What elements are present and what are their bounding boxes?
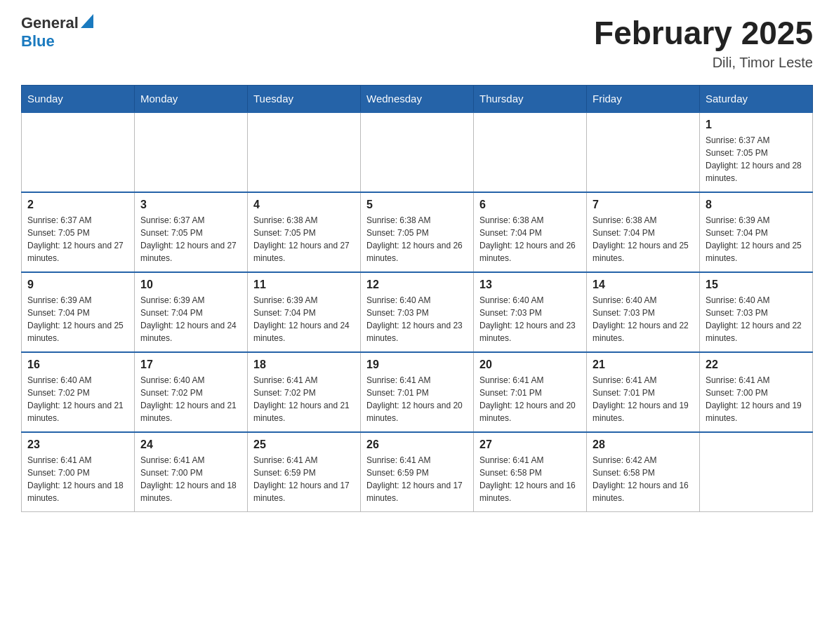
day-number: 15 <box>706 279 807 291</box>
logo-general: General <box>21 14 79 32</box>
calendar-week-row: 2Sunrise: 6:37 AMSunset: 7:05 PMDaylight… <box>22 192 813 272</box>
page-header: General Blue February 2025 Dili, Timor L… <box>21 14 813 71</box>
svg-marker-0 <box>81 14 93 28</box>
table-row: 28Sunrise: 6:42 AMSunset: 6:58 PMDayligh… <box>587 432 700 512</box>
col-saturday: Saturday <box>700 86 813 113</box>
col-monday: Monday <box>135 86 248 113</box>
table-row: 7Sunrise: 6:38 AMSunset: 7:04 PMDaylight… <box>587 192 700 272</box>
table-row: 3Sunrise: 6:37 AMSunset: 7:05 PMDaylight… <box>135 192 248 272</box>
day-info: Sunrise: 6:39 AMSunset: 7:04 PMDaylight:… <box>27 294 128 344</box>
day-number: 24 <box>140 438 241 451</box>
day-number: 12 <box>366 279 468 291</box>
day-number: 28 <box>593 438 694 451</box>
table-row <box>587 112 700 192</box>
day-info: Sunrise: 6:40 AMSunset: 7:03 PMDaylight:… <box>479 294 581 344</box>
day-info: Sunrise: 6:37 AMSunset: 7:05 PMDaylight:… <box>27 214 128 264</box>
col-sunday: Sunday <box>22 86 135 113</box>
day-info: Sunrise: 6:40 AMSunset: 7:02 PMDaylight:… <box>27 374 128 424</box>
calendar-table: Sunday Monday Tuesday Wednesday Thursday… <box>21 85 813 512</box>
day-number: 6 <box>479 199 581 211</box>
table-row: 22Sunrise: 6:41 AMSunset: 7:00 PMDayligh… <box>700 352 813 432</box>
table-row: 5Sunrise: 6:38 AMSunset: 7:05 PMDaylight… <box>361 192 474 272</box>
logo-blue: Blue <box>21 32 55 50</box>
col-thursday: Thursday <box>474 86 587 113</box>
table-row: 6Sunrise: 6:38 AMSunset: 7:04 PMDaylight… <box>474 192 587 272</box>
day-info: Sunrise: 6:41 AMSunset: 6:58 PMDaylight:… <box>479 454 581 504</box>
day-info: Sunrise: 6:40 AMSunset: 7:03 PMDaylight:… <box>706 294 807 344</box>
table-row: 20Sunrise: 6:41 AMSunset: 7:01 PMDayligh… <box>474 352 587 432</box>
day-number: 1 <box>706 119 807 131</box>
day-number: 22 <box>706 358 807 371</box>
table-row <box>474 112 587 192</box>
day-number: 11 <box>253 279 355 291</box>
table-row: 17Sunrise: 6:40 AMSunset: 7:02 PMDayligh… <box>135 352 248 432</box>
day-info: Sunrise: 6:40 AMSunset: 7:02 PMDaylight:… <box>140 374 241 424</box>
table-row: 18Sunrise: 6:41 AMSunset: 7:02 PMDayligh… <box>248 352 361 432</box>
table-row: 1Sunrise: 6:37 AMSunset: 7:05 PMDaylight… <box>700 112 813 192</box>
day-number: 25 <box>253 438 355 451</box>
col-friday: Friday <box>587 86 700 113</box>
table-row <box>700 432 813 512</box>
day-info: Sunrise: 6:38 AMSunset: 7:04 PMDaylight:… <box>593 214 694 264</box>
day-info: Sunrise: 6:41 AMSunset: 7:01 PMDaylight:… <box>366 374 468 424</box>
day-info: Sunrise: 6:37 AMSunset: 7:05 PMDaylight:… <box>140 214 241 264</box>
day-number: 17 <box>140 358 241 371</box>
calendar-week-row: 16Sunrise: 6:40 AMSunset: 7:02 PMDayligh… <box>22 352 813 432</box>
day-info: Sunrise: 6:41 AMSunset: 6:59 PMDaylight:… <box>366 454 468 504</box>
table-row: 12Sunrise: 6:40 AMSunset: 7:03 PMDayligh… <box>361 272 474 352</box>
day-number: 26 <box>366 438 468 451</box>
table-row: 23Sunrise: 6:41 AMSunset: 7:00 PMDayligh… <box>22 432 135 512</box>
day-info: Sunrise: 6:42 AMSunset: 6:58 PMDaylight:… <box>593 454 694 504</box>
col-wednesday: Wednesday <box>361 86 474 113</box>
logo: General Blue <box>21 14 93 51</box>
day-number: 14 <box>593 279 694 291</box>
calendar-header-row: Sunday Monday Tuesday Wednesday Thursday… <box>22 86 813 113</box>
day-info: Sunrise: 6:39 AMSunset: 7:04 PMDaylight:… <box>706 214 807 264</box>
title-block: February 2025 Dili, Timor Leste <box>594 14 813 71</box>
table-row: 8Sunrise: 6:39 AMSunset: 7:04 PMDaylight… <box>700 192 813 272</box>
table-row: 13Sunrise: 6:40 AMSunset: 7:03 PMDayligh… <box>474 272 587 352</box>
table-row: 27Sunrise: 6:41 AMSunset: 6:58 PMDayligh… <box>474 432 587 512</box>
day-info: Sunrise: 6:41 AMSunset: 7:00 PMDaylight:… <box>27 454 128 504</box>
col-tuesday: Tuesday <box>248 86 361 113</box>
calendar-week-row: 9Sunrise: 6:39 AMSunset: 7:04 PMDaylight… <box>22 272 813 352</box>
day-number: 19 <box>366 358 468 371</box>
table-row: 21Sunrise: 6:41 AMSunset: 7:01 PMDayligh… <box>587 352 700 432</box>
day-number: 16 <box>27 358 128 371</box>
day-number: 8 <box>706 199 807 211</box>
day-number: 13 <box>479 279 581 291</box>
table-row: 24Sunrise: 6:41 AMSunset: 7:00 PMDayligh… <box>135 432 248 512</box>
day-number: 20 <box>479 358 581 371</box>
day-number: 4 <box>253 199 355 211</box>
table-row <box>361 112 474 192</box>
day-info: Sunrise: 6:38 AMSunset: 7:05 PMDaylight:… <box>366 214 468 264</box>
day-number: 21 <box>593 358 694 371</box>
day-number: 23 <box>27 438 128 451</box>
day-info: Sunrise: 6:41 AMSunset: 7:01 PMDaylight:… <box>593 374 694 424</box>
day-number: 3 <box>140 199 241 211</box>
table-row: 10Sunrise: 6:39 AMSunset: 7:04 PMDayligh… <box>135 272 248 352</box>
day-info: Sunrise: 6:40 AMSunset: 7:03 PMDaylight:… <box>593 294 694 344</box>
location-subtitle: Dili, Timor Leste <box>594 55 813 71</box>
table-row: 11Sunrise: 6:39 AMSunset: 7:04 PMDayligh… <box>248 272 361 352</box>
calendar-week-row: 1Sunrise: 6:37 AMSunset: 7:05 PMDaylight… <box>22 112 813 192</box>
day-number: 7 <box>593 199 694 211</box>
logo-arrow-icon <box>81 14 93 28</box>
day-info: Sunrise: 6:41 AMSunset: 6:59 PMDaylight:… <box>253 454 355 504</box>
month-title: February 2025 <box>594 14 813 52</box>
table-row: 9Sunrise: 6:39 AMSunset: 7:04 PMDaylight… <box>22 272 135 352</box>
day-number: 9 <box>27 279 128 291</box>
day-info: Sunrise: 6:38 AMSunset: 7:05 PMDaylight:… <box>253 214 355 264</box>
table-row: 25Sunrise: 6:41 AMSunset: 6:59 PMDayligh… <box>248 432 361 512</box>
day-info: Sunrise: 6:41 AMSunset: 7:00 PMDaylight:… <box>706 374 807 424</box>
table-row: 4Sunrise: 6:38 AMSunset: 7:05 PMDaylight… <box>248 192 361 272</box>
table-row: 19Sunrise: 6:41 AMSunset: 7:01 PMDayligh… <box>361 352 474 432</box>
day-number: 5 <box>366 199 468 211</box>
day-number: 2 <box>27 199 128 211</box>
day-number: 27 <box>479 438 581 451</box>
table-row: 26Sunrise: 6:41 AMSunset: 6:59 PMDayligh… <box>361 432 474 512</box>
table-row: 2Sunrise: 6:37 AMSunset: 7:05 PMDaylight… <box>22 192 135 272</box>
calendar-week-row: 23Sunrise: 6:41 AMSunset: 7:00 PMDayligh… <box>22 432 813 512</box>
table-row <box>22 112 135 192</box>
day-info: Sunrise: 6:41 AMSunset: 7:01 PMDaylight:… <box>479 374 581 424</box>
